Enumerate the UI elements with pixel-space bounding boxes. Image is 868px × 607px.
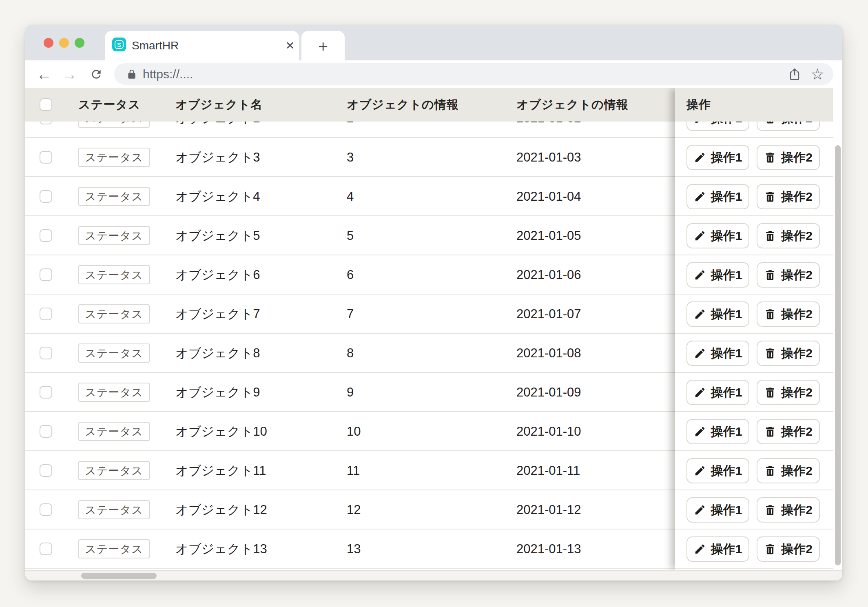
pinned-row: 操作1 操作2 <box>675 138 833 177</box>
pencil-icon <box>694 230 706 242</box>
object-date-cell: 2021-01-12 <box>516 490 581 529</box>
action2-button[interactable]: 操作2 <box>757 301 820 327</box>
action1-button[interactable]: 操作1 <box>686 223 749 248</box>
pinned-row: 操作1 操作2 <box>675 255 833 295</box>
pencil-icon <box>694 504 706 516</box>
object-name-cell: オブジェクト10 <box>175 412 267 451</box>
status-badge: ステータス <box>78 265 150 284</box>
url-field[interactable]: https://.... ☆ <box>114 63 833 85</box>
pinned-row: 操作1 操作2 <box>675 177 833 216</box>
object-info-cell: 10 <box>347 412 361 451</box>
row-checkbox[interactable] <box>40 386 52 399</box>
bookmark-star-button[interactable]: ☆ <box>808 63 827 85</box>
action2-button[interactable]: 操作2 <box>757 145 820 170</box>
trash-icon <box>764 347 776 359</box>
action2-button[interactable]: 操作2 <box>757 419 820 444</box>
object-name-cell: オブジェクト4 <box>175 177 260 216</box>
action2-button[interactable]: 操作2 <box>757 458 820 483</box>
action1-button[interactable]: 操作1 <box>686 301 749 327</box>
status-badge: ステータス <box>78 304 150 323</box>
reload-icon <box>90 68 103 81</box>
pencil-icon <box>694 425 706 438</box>
action1-button[interactable]: 操作1 <box>686 497 749 523</box>
share-button[interactable] <box>786 63 804 85</box>
traffic-light-zoom-button[interactable] <box>75 38 84 48</box>
action1-button[interactable]: 操作1 <box>686 458 749 483</box>
pinned-row: 操作1 操作2 <box>675 295 833 334</box>
object-date-cell: 2021-01-09 <box>516 373 581 412</box>
select-all-checkbox[interactable] <box>40 98 52 111</box>
pinned-rows: 操作1 操作2 操作1 操作2 <box>675 99 833 569</box>
trash-icon <box>764 308 776 320</box>
column-header-object-info-2: オブジェクトの情報 <box>516 88 629 122</box>
action1-button[interactable]: 操作1 <box>686 380 749 405</box>
row-checkbox[interactable] <box>40 543 52 555</box>
pinned-row: 操作1 操作2 <box>675 334 833 373</box>
action2-button[interactable]: 操作2 <box>757 223 820 248</box>
row-checkbox[interactable] <box>40 464 52 477</box>
trash-icon <box>764 543 776 555</box>
action1-button[interactable]: 操作1 <box>686 145 749 170</box>
status-badge: ステータス <box>78 226 150 245</box>
traffic-light-minimize-button[interactable] <box>59 38 69 48</box>
object-date-cell: 2021-01-13 <box>516 529 581 569</box>
action2-button[interactable]: 操作2 <box>757 380 820 405</box>
table-container: ステータス オブジェクト2 2 2021-01-02 ステータス オブジェクト3… <box>25 88 842 580</box>
action2-button[interactable]: 操作2 <box>757 536 820 562</box>
trash-icon <box>764 386 776 399</box>
reload-button[interactable] <box>86 60 106 88</box>
traffic-light-close-button[interactable] <box>44 38 53 48</box>
object-info-cell: 5 <box>347 216 354 255</box>
object-info-cell: 4 <box>347 177 354 216</box>
pinned-actions-column: 操作1 操作2 操作1 操作2 <box>675 88 833 570</box>
column-header-object-name: オブジェクト名 <box>175 88 263 122</box>
vertical-scrollbar <box>833 88 842 570</box>
action2-button[interactable]: 操作2 <box>757 184 820 209</box>
forward-button[interactable]: → <box>60 60 79 88</box>
pinned-row: 操作1 操作2 <box>675 529 833 569</box>
object-date-cell: 2021-01-04 <box>516 177 581 216</box>
row-checkbox[interactable] <box>40 268 52 281</box>
object-info-cell: 3 <box>347 138 354 177</box>
pencil-icon <box>694 465 706 477</box>
tab-title: SmartHR <box>132 31 179 60</box>
horizontal-scrollbar-thumb[interactable] <box>81 573 157 579</box>
action2-button[interactable]: 操作2 <box>757 497 820 523</box>
vertical-scrollbar-thumb[interactable] <box>835 145 841 565</box>
row-checkbox[interactable] <box>40 347 52 359</box>
object-name-cell: オブジェクト8 <box>175 334 260 373</box>
row-checkbox[interactable] <box>40 190 52 203</box>
browser-window: S SmartHR ✕ ＋ ← → https://.... <box>25 25 842 580</box>
object-name-cell: オブジェクト7 <box>175 295 260 334</box>
row-checkbox[interactable] <box>40 425 52 438</box>
object-name-cell: オブジェクト12 <box>175 490 267 529</box>
row-checkbox[interactable] <box>40 503 52 516</box>
horizontal-scrollbar <box>25 570 842 580</box>
object-info-cell: 11 <box>347 451 360 490</box>
object-date-cell: 2021-01-08 <box>516 334 581 373</box>
pinned-row: 操作1 操作2 <box>675 412 833 451</box>
tab-close-button[interactable]: ✕ <box>281 31 299 60</box>
pencil-icon <box>694 308 706 320</box>
lock-icon <box>126 63 137 85</box>
status-badge: ステータス <box>78 461 150 480</box>
object-name-cell: オブジェクト11 <box>175 451 266 490</box>
object-date-cell: 2021-01-05 <box>516 216 581 255</box>
new-tab-button[interactable]: ＋ <box>301 31 345 60</box>
back-button[interactable]: ← <box>34 60 54 88</box>
action1-button[interactable]: 操作1 <box>686 341 749 366</box>
row-checkbox[interactable] <box>40 229 52 242</box>
browser-tab[interactable]: S SmartHR ✕ <box>105 31 299 60</box>
action1-button[interactable]: 操作1 <box>686 262 749 288</box>
pencil-icon <box>694 543 706 555</box>
browser-tab-bar: S SmartHR ✕ ＋ <box>25 25 842 60</box>
status-badge: ステータス <box>78 500 150 519</box>
action1-button[interactable]: 操作1 <box>686 419 749 444</box>
row-checkbox[interactable] <box>40 308 52 320</box>
action1-button[interactable]: 操作1 <box>686 184 749 209</box>
action2-button[interactable]: 操作2 <box>757 341 820 366</box>
action2-button[interactable]: 操作2 <box>757 262 820 288</box>
row-checkbox[interactable] <box>40 151 52 164</box>
action1-button[interactable]: 操作1 <box>686 536 749 562</box>
pencil-icon <box>694 269 706 281</box>
